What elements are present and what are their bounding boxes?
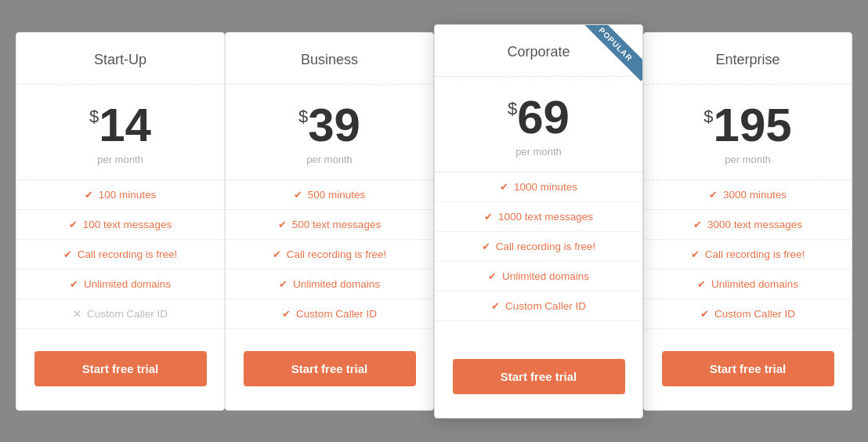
feature-text: Call recording is free! bbox=[287, 248, 387, 260]
check-icon: ✔ bbox=[693, 219, 702, 230]
feature-text: 100 minutes bbox=[99, 189, 157, 201]
popular-badge-label: POPULAR bbox=[580, 25, 642, 81]
check-icon: ✔ bbox=[484, 211, 493, 223]
plan-header: Enterprise bbox=[644, 33, 852, 85]
price-amount: 14 bbox=[99, 102, 151, 149]
plan-card-enterprise: Enterprise $ 195 per month ✔ 3000 minute… bbox=[643, 32, 852, 411]
feature-item: ✕ Custom Caller ID bbox=[16, 299, 224, 329]
feature-item: ✔ Call recording is free! bbox=[435, 232, 642, 262]
plan-price: $ 14 bbox=[32, 102, 208, 149]
feature-item: ✔ Unlimited domains bbox=[644, 270, 852, 299]
price-amount: 69 bbox=[517, 94, 570, 141]
cta-button-corporate[interactable]: Start free trial bbox=[453, 359, 625, 394]
feature-text: Custom Caller ID bbox=[296, 308, 377, 320]
check-icon: ✔ bbox=[85, 189, 93, 201]
check-icon: ✔ bbox=[273, 248, 281, 260]
check-icon: ✔ bbox=[279, 278, 288, 290]
plan-price: $ 195 bbox=[660, 102, 836, 149]
plan-card-startup: Start-Up $ 14 per month ✔ 100 minutes ✔ … bbox=[16, 32, 225, 411]
feature-text: Call recording is free! bbox=[496, 241, 596, 252]
price-period: per month bbox=[450, 146, 627, 158]
check-icon: ✔ bbox=[278, 219, 287, 230]
feature-item: ✔ Call recording is free! bbox=[644, 240, 852, 270]
feature-text: Unlimited domains bbox=[502, 270, 589, 282]
feature-item: ✔ Unlimited domains bbox=[435, 262, 642, 292]
feature-text: Custom Caller ID bbox=[714, 308, 795, 320]
cta-button-business[interactable]: Start free trial bbox=[244, 351, 416, 386]
feature-text: 100 text messages bbox=[83, 219, 172, 230]
feature-item: ✔ 3000 text messages bbox=[644, 210, 852, 240]
feature-text: Custom Caller ID bbox=[505, 300, 586, 312]
feature-item: ✔ 1000 minutes bbox=[435, 172, 642, 202]
feature-text: 1000 text messages bbox=[498, 211, 593, 223]
feature-item: ✔ 100 minutes bbox=[16, 180, 224, 210]
feature-text: 500 minutes bbox=[308, 189, 366, 201]
feature-text: Custom Caller ID bbox=[87, 308, 168, 320]
price-period: per month bbox=[32, 154, 208, 165]
check-icon: ✔ bbox=[294, 189, 302, 201]
check-icon: ✔ bbox=[63, 248, 72, 260]
plan-price: $ 39 bbox=[241, 102, 418, 149]
feature-text: Unlimited domains bbox=[84, 278, 171, 290]
feature-item: ✔ Custom Caller ID bbox=[226, 299, 433, 329]
plan-header: Start-Up bbox=[16, 33, 224, 85]
plan-card-business: Business $ 39 per month ✔ 500 minutes ✔ … bbox=[225, 32, 434, 411]
plan-footer: Start free trial bbox=[435, 337, 642, 394]
feature-text: 3000 minutes bbox=[723, 189, 787, 201]
check-icon: ✔ bbox=[70, 278, 78, 290]
plan-card-corporate: POPULAR Corporate $ 69 per month ✔ 1000 … bbox=[434, 24, 643, 418]
cta-button-startup[interactable]: Start free trial bbox=[34, 351, 207, 386]
feature-text: Call recording is free! bbox=[705, 248, 805, 260]
price-period: per month bbox=[660, 154, 836, 165]
check-icon: ✔ bbox=[700, 308, 709, 320]
price-dollar: $ bbox=[703, 108, 713, 125]
plan-features: ✔ 500 minutes ✔ 500 text messages ✔ Call… bbox=[226, 180, 433, 329]
price-dollar: $ bbox=[508, 100, 517, 118]
check-icon: ✔ bbox=[69, 219, 78, 230]
price-amount: 39 bbox=[308, 102, 360, 149]
feature-text: 1000 minutes bbox=[514, 181, 577, 193]
feature-item: ✔ 500 minutes bbox=[226, 180, 433, 210]
plan-price-section: $ 195 per month bbox=[644, 85, 852, 180]
price-period: per month bbox=[241, 154, 418, 165]
feature-item: ✔ 3000 minutes bbox=[644, 180, 852, 210]
plan-name: Business bbox=[241, 52, 418, 68]
check-icon: ✔ bbox=[488, 270, 497, 282]
feature-item: ✔ 500 text messages bbox=[226, 210, 433, 240]
feature-text: Call recording is free! bbox=[78, 248, 178, 260]
feature-item: ✔ Call recording is free! bbox=[16, 240, 224, 270]
popular-badge: POPULAR bbox=[580, 25, 642, 88]
feature-item: ✔ Call recording is free! bbox=[226, 240, 433, 270]
check-icon: ✔ bbox=[491, 300, 500, 312]
feature-item: ✔ 1000 text messages bbox=[435, 202, 642, 232]
plan-features: ✔ 100 minutes ✔ 100 text messages ✔ Call… bbox=[16, 180, 224, 329]
feature-item: ✔ Unlimited domains bbox=[16, 270, 224, 299]
feature-item: ✔ Custom Caller ID bbox=[435, 292, 642, 321]
feature-item: ✔ Unlimited domains bbox=[226, 270, 433, 299]
pricing-container: Start-Up $ 14 per month ✔ 100 minutes ✔ … bbox=[16, 32, 852, 411]
feature-item: ✔ 100 text messages bbox=[16, 210, 224, 240]
feature-text: Unlimited domains bbox=[711, 278, 798, 290]
plan-header: Business bbox=[226, 33, 433, 85]
check-icon: ✔ bbox=[709, 189, 718, 201]
check-icon: ✔ bbox=[282, 308, 291, 320]
plan-footer: Start free trial bbox=[226, 329, 433, 386]
x-icon: ✕ bbox=[73, 308, 81, 320]
feature-text: 500 text messages bbox=[292, 219, 381, 230]
plan-name: Start-Up bbox=[32, 52, 208, 68]
plan-features: ✔ 3000 minutes ✔ 3000 text messages ✔ Ca… bbox=[644, 180, 852, 329]
feature-text: Unlimited domains bbox=[293, 278, 380, 290]
price-amount: 195 bbox=[714, 102, 792, 149]
plan-features: ✔ 1000 minutes ✔ 1000 text messages ✔ Ca… bbox=[435, 172, 642, 337]
feature-item: ✔ Custom Caller ID bbox=[644, 299, 852, 329]
check-icon: ✔ bbox=[500, 181, 508, 193]
cta-button-enterprise[interactable]: Start free trial bbox=[662, 351, 834, 386]
plan-price-section: $ 69 per month bbox=[435, 77, 642, 172]
check-icon: ✔ bbox=[482, 241, 490, 252]
check-icon: ✔ bbox=[697, 278, 706, 290]
plan-price-section: $ 14 per month bbox=[16, 85, 224, 180]
feature-text: 3000 text messages bbox=[707, 219, 802, 230]
plan-price-section: $ 39 per month bbox=[226, 85, 433, 180]
plan-footer: Start free trial bbox=[644, 329, 852, 386]
price-dollar: $ bbox=[89, 108, 99, 125]
